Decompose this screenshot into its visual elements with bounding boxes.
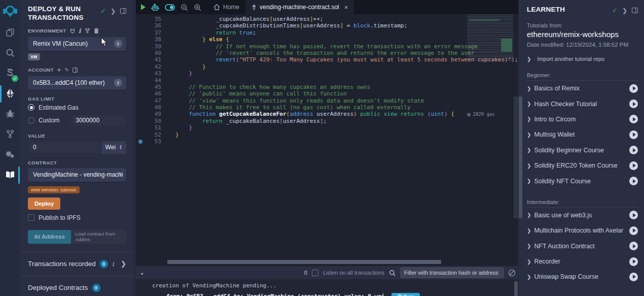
clear-terminal-icon[interactable]	[509, 270, 515, 276]
code-line[interactable]: 47 // 'view' means this function only re…	[136, 97, 518, 104]
deploy-run-icon[interactable]	[0, 83, 20, 104]
git-branch-icon[interactable]	[0, 124, 20, 144]
ai-robot-icon[interactable]	[151, 4, 159, 11]
transactions-recorded-row[interactable]: Transactions recorded 0 i ❯	[20, 252, 133, 276]
code-line[interactable]: 45 // Function to check how many cupcake…	[136, 84, 518, 90]
custom-gas-input[interactable]: 3000000	[70, 114, 126, 127]
learneth-scrollbar[interactable]	[519, 96, 522, 218]
tutorial-play-button[interactable]	[629, 146, 638, 154]
breakpoint-margin[interactable]	[136, 90, 145, 97]
breakpoint-margin[interactable]	[136, 104, 145, 111]
estimated-gas-radio[interactable]	[28, 104, 34, 111]
tutorial-play-button[interactable]	[629, 84, 638, 93]
environment-select[interactable]: Remix VM (Cancun) ▲▼	[28, 37, 126, 51]
tutorial-play-button[interactable]	[629, 177, 638, 185]
code-line[interactable]: 41 revert("HTTP 429: Too Many Cupcakes (…	[136, 56, 518, 63]
info-icon[interactable]: i	[79, 27, 81, 35]
copy-icon[interactable]	[73, 68, 78, 73]
breakpoint-margin[interactable]	[136, 22, 145, 29]
deploy-button[interactable]: Deploy	[28, 198, 60, 210]
editor-minimap[interactable]	[467, 14, 513, 61]
plus-icon[interactable]: +	[57, 67, 61, 74]
tutorial-item[interactable]: ❯Intro to Circom	[527, 112, 638, 127]
tutorial-item[interactable]: ❯Solidity ERC20 Token Course	[527, 158, 638, 173]
tab-home[interactable]: Home	[207, 0, 245, 14]
code-line[interactable]: 42 }	[136, 63, 518, 70]
code-line[interactable]: 35 _cupcakeBalances[userAddress]++;	[136, 16, 518, 22]
terminal-filter-input[interactable]: Filter with transaction hash or address	[400, 267, 504, 278]
zoom-out-icon[interactable]	[181, 4, 188, 11]
zoom-in-icon[interactable]	[194, 4, 201, 11]
breakpoint-margin[interactable]	[136, 77, 145, 84]
deployed-contracts-row[interactable]: Deployed Contracts 0	[20, 276, 133, 296]
code-line[interactable]: 50 return _cupcakeBalances[userAddress];	[136, 118, 518, 124]
code-line[interactable]: 37 return true;	[136, 29, 518, 36]
breakpoint-margin[interactable]	[136, 131, 145, 138]
breakpoint-margin[interactable]	[136, 36, 145, 43]
code-line[interactable]: 52}	[136, 131, 518, 138]
tutorial-item[interactable]: ❯Solidity NFT Course	[527, 173, 638, 188]
breakpoint-margin[interactable]	[136, 50, 145, 56]
tutorial-item[interactable]: ❯Recorder	[527, 254, 638, 269]
tab-file[interactable]: vending-machine-contract.sol ×	[245, 0, 354, 14]
contract-select[interactable]: VendingMachine - vending-machin ▲▼	[28, 168, 126, 182]
code-line[interactable]: 38 } else {	[136, 36, 518, 43]
file-explorer-icon[interactable]	[0, 22, 20, 43]
breakpoint-margin[interactable]	[136, 118, 145, 124]
listen-all-checkbox[interactable]	[312, 270, 318, 276]
tutorial-play-button[interactable]	[629, 242, 638, 250]
tutorial-play-button[interactable]	[629, 211, 638, 219]
tutorial-play-button[interactable]	[629, 226, 638, 235]
breakpoint-margin[interactable]	[136, 63, 145, 70]
account-select[interactable]: 0x5B3...eddC4 (100 ether) ▲▼	[28, 76, 126, 90]
terminal-output[interactable]: creation of VendingMachine pending... fr…	[136, 279, 518, 296]
tutorial-item[interactable]: ❯Multichain Protocols with Axelar	[527, 223, 638, 238]
trash-icon[interactable]	[94, 28, 99, 34]
tutorial-item[interactable]: ❯Multisig Wallet	[527, 127, 638, 142]
value-input[interactable]: 0	[28, 141, 101, 154]
breakpoint-margin[interactable]	[136, 84, 145, 90]
edit-icon[interactable]: ✎	[65, 67, 69, 73]
editor-vscrollbar[interactable]	[514, 96, 518, 218]
solidity-compiler-icon[interactable]: ✓	[0, 63, 20, 83]
code-editor[interactable]: 35 _cupcakeBalances[userAddress]++;36 _c…	[136, 14, 518, 266]
info-icon[interactable]: i	[112, 260, 114, 268]
tutorial-play-button[interactable]	[629, 100, 638, 108]
panel-pin-icon[interactable]	[120, 8, 126, 14]
code-line[interactable]: 44	[136, 77, 518, 84]
tutorial-item[interactable]: ❯Basics of Remix	[527, 81, 638, 96]
value-unit-select[interactable]: Wei ▲▼	[101, 141, 126, 154]
breakpoint-margin[interactable]	[136, 29, 145, 36]
panel-expand-icon[interactable]: ❯	[622, 7, 627, 14]
tutorial-item[interactable]: ❯NFT Auction Contract	[527, 239, 638, 254]
breakpoint-margin[interactable]	[136, 16, 145, 22]
at-address-input[interactable]: Load contract from Addres	[71, 230, 126, 244]
settings-icon[interactable]	[0, 144, 20, 165]
code-line[interactable]: 40 // 'revert' cancels the transaction a…	[136, 50, 518, 56]
code-line[interactable]: 51 }	[136, 124, 518, 131]
tutorial-item[interactable]: ❯Solidity Beginner Course	[527, 143, 638, 158]
fork-icon[interactable]	[85, 28, 90, 34]
terminal-search-icon[interactable]	[389, 270, 396, 276]
code-line[interactable]: 46 // 'public' means anyone can call thi…	[136, 90, 518, 97]
custom-gas-radio[interactable]	[28, 117, 34, 124]
remix-logo-icon[interactable]	[0, 0, 20, 22]
tutorial-play-button[interactable]	[629, 130, 638, 139]
code-line[interactable]: 53	[136, 138, 518, 145]
panel-pin-icon[interactable]	[632, 8, 638, 13]
breakpoint-margin[interactable]	[136, 70, 145, 77]
breakpoint-margin[interactable]	[136, 138, 145, 145]
terminal-scrollbar[interactable]	[514, 281, 518, 296]
import-repo-row[interactable]: ❯ Import another tutorial repo	[527, 56, 638, 62]
ai-toggle-icon[interactable]	[165, 4, 175, 11]
code-line[interactable]: 48 // This makes it free to call (no gas…	[136, 104, 518, 111]
chevron-right-icon[interactable]: ❯	[121, 260, 126, 268]
code-line[interactable]: 43 }	[136, 70, 518, 77]
at-address-button[interactable]: At Address	[28, 230, 71, 244]
debugger-icon[interactable]	[0, 104, 20, 124]
tutorial-play-button[interactable]	[629, 257, 638, 266]
close-tab-icon[interactable]: ×	[344, 4, 348, 11]
publish-ipfs-checkbox[interactable]	[28, 214, 34, 221]
breakpoint-margin[interactable]	[136, 97, 145, 104]
panel-expand-icon[interactable]: ❯	[111, 8, 116, 15]
